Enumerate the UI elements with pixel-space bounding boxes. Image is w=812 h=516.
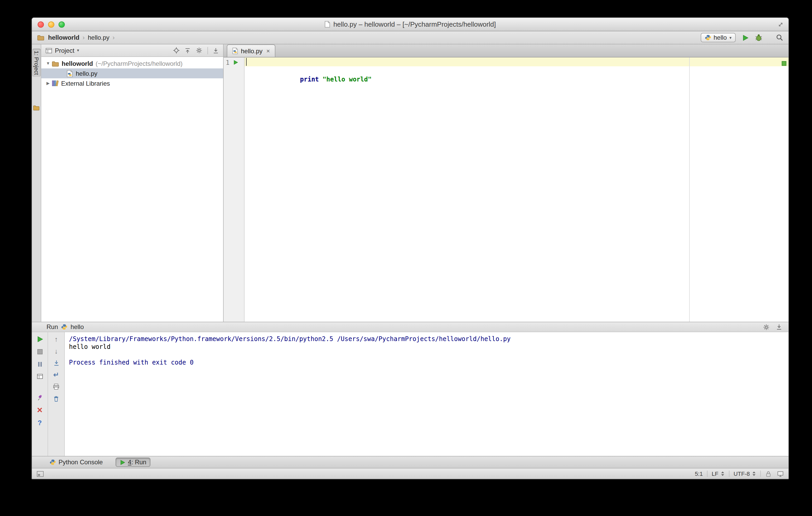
hide-panel-icon[interactable]	[776, 324, 782, 330]
folder-icon	[37, 34, 45, 41]
window-titlebar[interactable]: hello.py – helloworld – [~/PycharmProjec…	[32, 18, 788, 31]
text-caret	[246, 58, 246, 66]
folder-icon	[52, 60, 59, 67]
print-icon[interactable]	[53, 383, 60, 390]
inspection-status-indicator	[782, 61, 786, 66]
python-icon	[50, 459, 56, 465]
console-blank-line	[69, 351, 784, 359]
run-toolbar-primary: ?	[32, 332, 48, 456]
debug-button[interactable]	[755, 34, 762, 41]
run-console[interactable]: /System/Library/Frameworks/Python.framew…	[65, 332, 788, 456]
up-stack-icon[interactable]: ↑	[55, 336, 58, 343]
toolwindow-toggle-icon[interactable]	[36, 470, 44, 477]
search-icon[interactable]	[776, 34, 783, 41]
up-down-chevron-icon	[721, 471, 725, 476]
editor-tab-hello-py[interactable]: hello.py ✕	[227, 44, 276, 57]
project-strip-label: 1: Project	[33, 51, 40, 75]
up-down-chevron-icon	[752, 471, 756, 476]
breadcrumb-item-helloworld[interactable]: helloworld	[48, 34, 80, 41]
console-exit-line: Process finished with exit code 0	[69, 359, 784, 367]
pin-tab-icon[interactable]	[36, 394, 43, 401]
run-configuration-selector[interactable]: hello ▾	[700, 33, 736, 42]
run-button[interactable]	[742, 34, 749, 41]
console-command-line: /System/Library/Frameworks/Python.framew…	[69, 335, 784, 343]
collapse-all-icon[interactable]	[184, 47, 191, 54]
run-tab-suffix: : Run	[132, 459, 146, 466]
breadcrumb-item-hello-py[interactable]: hello.py	[88, 34, 110, 41]
pause-output-icon[interactable]	[36, 361, 43, 368]
hide-panel-icon[interactable]	[213, 47, 219, 54]
navbar-right-group: hello ▾	[700, 33, 783, 42]
lock-icon[interactable]	[765, 470, 772, 477]
run-configuration-name: hello	[714, 34, 727, 41]
highlighting-level-icon[interactable]	[777, 470, 784, 477]
help-icon[interactable]: ?	[38, 419, 42, 427]
code-keyword: print	[300, 76, 319, 83]
encoding-value: UTF-8	[734, 471, 750, 477]
gear-icon[interactable]	[196, 47, 203, 54]
code-pane[interactable]: print"hello world"	[244, 57, 788, 322]
tree-expanded-icon[interactable]: ▼	[45, 61, 52, 66]
line-separator-value: LF	[712, 471, 719, 477]
window-title-text: hello.py – helloworld – [~/PycharmProjec…	[334, 20, 496, 28]
caret-position-widget[interactable]: 5:1	[695, 471, 703, 477]
tab-close-icon[interactable]: ✕	[266, 48, 270, 54]
right-margin-guide	[689, 57, 690, 322]
close-icon[interactable]	[36, 407, 43, 413]
external-libraries-label: External Libraries	[61, 80, 110, 87]
gear-icon[interactable]	[763, 324, 770, 330]
project-view-selector[interactable]: Project ▾	[46, 47, 79, 54]
tool-window-button-python-console[interactable]: Python Console	[46, 457, 107, 467]
encoding-widget[interactable]: UTF-8	[734, 471, 756, 477]
project-tool-icon	[33, 105, 40, 111]
python-icon	[61, 324, 67, 330]
project-header-actions	[173, 47, 219, 54]
project-panel-header: Project ▾	[41, 44, 223, 57]
restore-layout-icon[interactable]	[36, 373, 43, 380]
locate-icon[interactable]	[173, 47, 180, 54]
soft-wrap-icon[interactable]: ↵	[53, 371, 59, 378]
pycharm-window: hello.py – helloworld – [~/PycharmProjec…	[31, 17, 789, 480]
tree-item-project-root[interactable]: ▼ helloworld (~/PycharmProjects/hellowor…	[41, 59, 223, 68]
run-tab-mnemonic: 4	[128, 459, 131, 466]
fullscreen-icon[interactable]	[778, 22, 784, 28]
clear-all-icon[interactable]	[53, 395, 60, 402]
navigation-bar: helloworld › hello.py › hello ▾	[32, 31, 788, 44]
close-window-button[interactable]	[38, 22, 44, 28]
project-tree: ▼ helloworld (~/PycharmProjects/hellowor…	[41, 57, 223, 88]
chevron-icon: ›	[83, 34, 85, 41]
zoom-window-button[interactable]	[59, 22, 65, 28]
document-icon	[324, 21, 330, 28]
editor-gutter: 1	[224, 57, 244, 322]
code-editor[interactable]: 1 print"hello world"	[224, 57, 788, 322]
run-line-marker-icon[interactable]	[233, 60, 238, 65]
editor-tab-bar: hello.py ✕	[224, 44, 788, 57]
status-bar: 5:1 LF UTF-8	[32, 468, 788, 479]
python-file-icon	[66, 70, 73, 77]
down-stack-icon[interactable]: ↓	[55, 348, 58, 355]
tool-window-bar: Python Console 4: Run	[32, 456, 788, 468]
code-line-1: print"hello world"	[244, 57, 788, 93]
run-panel-config-name: hello	[70, 323, 84, 331]
run-panel-title: Run	[47, 323, 58, 331]
window-title: hello.py – helloworld – [~/PycharmProjec…	[324, 20, 496, 28]
minimize-window-button[interactable]	[48, 22, 54, 28]
desktop: hello.py – helloworld – [~/PycharmProjec…	[0, 0, 812, 516]
tree-item-hello-py[interactable]: hello.py	[41, 68, 223, 78]
tool-window-button-project[interactable]: 1: Project	[32, 49, 41, 77]
rerun-icon[interactable]	[36, 336, 43, 343]
tree-collapsed-icon[interactable]: ▶	[45, 81, 52, 86]
run-header-actions	[763, 324, 782, 330]
stop-icon[interactable]	[36, 348, 43, 355]
run-panel-header: Run hello	[32, 322, 788, 332]
scroll-to-end-icon[interactable]	[53, 360, 59, 366]
console-output-line: hello world	[69, 343, 784, 351]
line-separator-widget[interactable]: LF	[712, 471, 725, 477]
tool-window-button-run[interactable]: 4: Run	[115, 457, 150, 467]
run-toolbar-secondary: ↑ ↓ ↵	[48, 332, 65, 456]
tree-item-external-libraries[interactable]: ▶ External Libraries	[41, 78, 223, 88]
tab-label: hello.py	[241, 47, 263, 55]
statusbar-right-group: 5:1 LF UTF-8	[695, 470, 784, 477]
run-panel-body: ? ↑ ↓ ↵ /System/Library/Frameworks/Pytho…	[32, 332, 788, 456]
python-file-icon	[232, 48, 238, 54]
